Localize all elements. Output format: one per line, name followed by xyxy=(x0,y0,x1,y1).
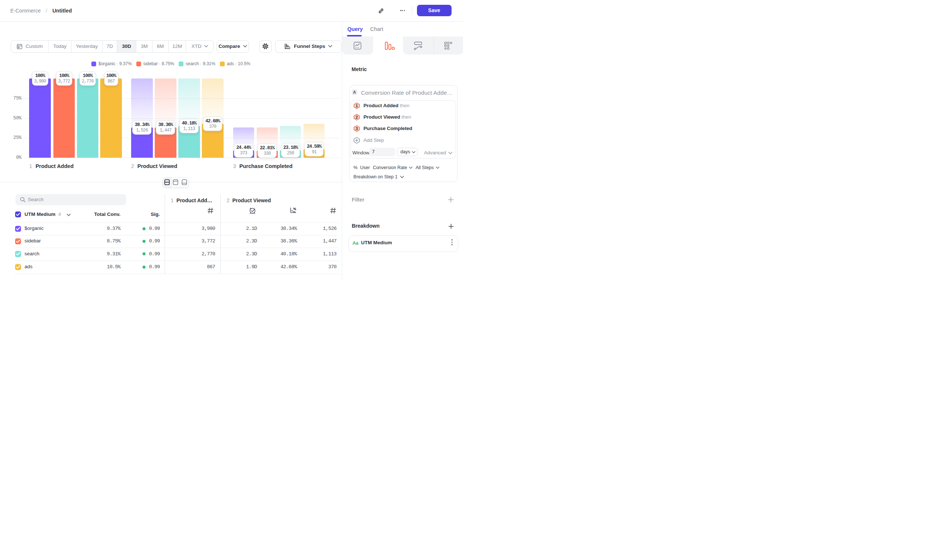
svg-text:1: 1 xyxy=(356,103,358,107)
svg-text:3: 3 xyxy=(356,126,358,130)
svg-text:2: 2 xyxy=(356,115,358,119)
